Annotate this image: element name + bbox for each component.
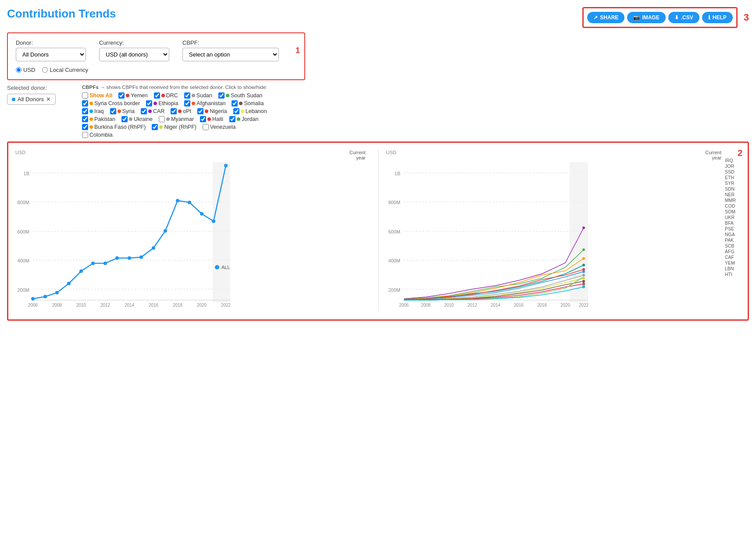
svg-text:2010: 2010 — [76, 303, 86, 308]
checkbox-burkinafaso[interactable] — [82, 124, 88, 130]
svg-text:2022: 2022 — [221, 303, 231, 308]
cbpf-item-opt[interactable]: oPt — [171, 108, 191, 114]
dot-car — [148, 110, 152, 113]
dot-lebanon — [241, 110, 244, 113]
svg-point-23 — [55, 291, 59, 294]
cbpf-item-yemen[interactable]: Yemen — [118, 92, 147, 99]
svg-text:ALL: ALL — [221, 265, 230, 270]
checkbox-yemen[interactable] — [118, 92, 125, 99]
checkbox-scb[interactable] — [82, 100, 88, 106]
cbpf-item-drc[interactable]: DRC — [154, 92, 178, 99]
svg-point-27 — [103, 262, 107, 265]
cbpf-item-ethiopia[interactable]: Ethiopia — [146, 100, 178, 106]
cbpf-item-ukraine[interactable]: Ukraine — [121, 116, 153, 122]
dot-yemen — [126, 94, 129, 97]
info-icon: ℹ — [708, 14, 710, 21]
controls-panel: Donor: All Donors Currency: USD (all don… — [7, 32, 305, 80]
chart-divider — [378, 150, 378, 312]
remove-donor-icon[interactable]: ✕ — [46, 96, 51, 103]
dot-afghanistan — [192, 102, 195, 105]
svg-point-72 — [582, 286, 585, 288]
svg-text:1B: 1B — [394, 171, 400, 176]
cbpf-item-afghanistan[interactable]: Afghanistan — [184, 100, 225, 106]
cbpf-item-myanmar[interactable]: Myanmar — [159, 116, 194, 122]
checkbox-car[interactable] — [141, 108, 147, 114]
checkbox-sudan[interactable] — [184, 92, 190, 99]
cbpf-item-jordan[interactable]: Jordan — [229, 116, 258, 122]
checkbox-pakistan[interactable] — [82, 116, 88, 122]
cbpf-item-southsudan[interactable]: South Sudan — [218, 92, 262, 99]
checkbox-jordan[interactable] — [229, 116, 235, 122]
cbpf-item-niger[interactable]: Niger (RhPF) — [152, 124, 196, 130]
checkbox-venezuela[interactable] — [203, 124, 209, 130]
local-currency-radio[interactable] — [42, 67, 48, 73]
dot-nigeria — [205, 110, 208, 113]
svg-text:2018: 2018 — [173, 303, 183, 308]
svg-text:2012: 2012 — [100, 303, 111, 308]
svg-text:2008: 2008 — [52, 303, 62, 308]
donor-label: Donor: — [16, 39, 86, 46]
svg-text:2008: 2008 — [421, 303, 431, 308]
checkbox-myanmar[interactable] — [159, 116, 165, 122]
svg-point-29 — [128, 256, 131, 260]
checkbox-drc[interactable] — [154, 92, 160, 99]
checkbox-opt[interactable] — [171, 108, 177, 114]
dot-southsudan — [226, 94, 229, 97]
cbpf-item-haiti[interactable]: Haiti — [200, 116, 223, 122]
cbpf-item-somalia[interactable]: Somalia — [232, 100, 264, 106]
usd-radio[interactable] — [16, 67, 21, 73]
cbpf-item-iraq[interactable]: Iraq — [82, 108, 104, 114]
cbpf-item-pakistan[interactable]: Pakistan — [82, 116, 115, 122]
cbpf-item-lebanon[interactable]: Lebanon — [233, 108, 267, 114]
dot-syria — [118, 110, 121, 113]
svg-text:2012: 2012 — [467, 303, 477, 308]
checkbox-afghanistan[interactable] — [184, 100, 190, 106]
svg-point-22 — [43, 295, 47, 298]
checkbox-iraq[interactable] — [82, 108, 88, 114]
csv-button[interactable]: ⬇ .CSV — [668, 12, 699, 23]
svg-text:800M: 800M — [17, 200, 29, 205]
currency-select[interactable]: USD (all donors) — [99, 48, 169, 61]
local-currency-radio-label[interactable]: Local Currency — [42, 67, 88, 73]
dot-haiti — [207, 117, 211, 121]
cbpf-item-colombia[interactable]: Colombia — [82, 132, 113, 138]
usd-radio-label[interactable]: USD — [16, 67, 35, 73]
image-button[interactable]: 📷 IMAGE — [627, 12, 665, 23]
checkbox-ukraine[interactable] — [121, 116, 128, 122]
checkbox-southsudan[interactable] — [218, 92, 225, 99]
cbpf-item-nigeria[interactable]: Nigeria — [197, 108, 227, 114]
cbpf-item-burkinafaso[interactable]: Burkina Faso (RhPF) — [82, 124, 146, 130]
donor-select[interactable]: All Donors — [16, 48, 86, 61]
checkbox-nigeria[interactable] — [197, 108, 203, 114]
donor-dot — [12, 98, 15, 101]
currency-label: Currency: — [99, 39, 169, 46]
cbpf-item-scb[interactable]: Syria Cross border — [82, 100, 140, 106]
checkbox-lebanon[interactable] — [233, 108, 239, 114]
svg-text:1B: 1B — [24, 171, 29, 176]
chart2-usd-label: USD — [386, 150, 396, 155]
svg-rect-50 — [570, 162, 588, 302]
cbpf-item-car[interactable]: CAR — [141, 108, 164, 114]
svg-point-38 — [215, 265, 219, 269]
checkbox-colombia[interactable] — [82, 132, 88, 138]
toolbar-badge: 3 — [744, 12, 749, 23]
checkbox-ethiopia[interactable] — [146, 100, 152, 106]
checkbox-niger[interactable] — [152, 124, 158, 130]
donor-group: Donor: All Donors — [16, 39, 86, 61]
currency-radio-group: USD Local Currency — [16, 67, 296, 73]
checkbox-haiti[interactable] — [200, 116, 206, 122]
checkbox-somalia[interactable] — [232, 100, 238, 106]
dot-jordan — [237, 117, 240, 121]
share-button[interactable]: ↗ SHARE — [587, 12, 624, 23]
cbpf-select[interactable]: Select an option — [182, 48, 279, 61]
chart1-usd-label: USD — [15, 150, 25, 155]
svg-point-61 — [582, 227, 585, 229]
svg-text:2016: 2016 — [149, 303, 159, 308]
checkbox-syria[interactable] — [110, 108, 116, 114]
checkbox-showall[interactable] — [82, 92, 88, 99]
cbpf-item-sudan[interactable]: Sudan — [184, 92, 212, 99]
help-button[interactable]: ℹ HELP — [702, 12, 733, 23]
cbpf-item-venezuela[interactable]: Venezuela — [203, 124, 235, 130]
cbpf-item-syria[interactable]: Syria — [110, 108, 135, 114]
cbpf-item-showall[interactable]: Show All — [82, 92, 112, 99]
